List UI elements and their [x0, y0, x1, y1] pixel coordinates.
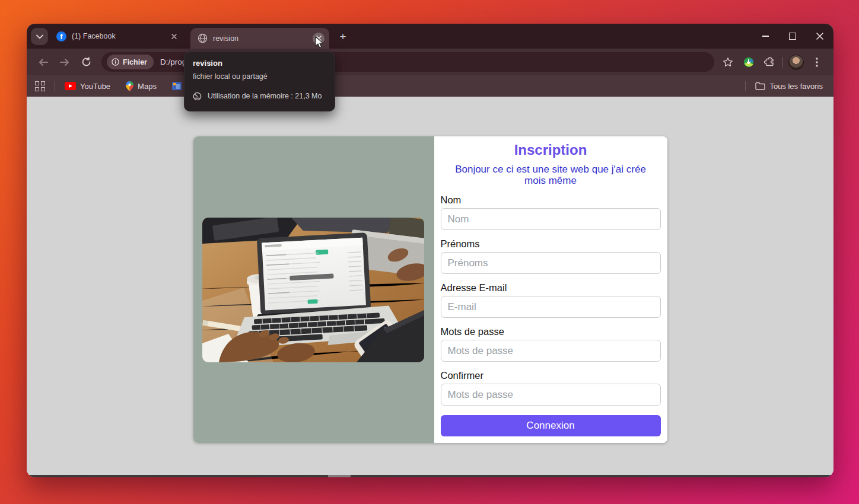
tab-search-button[interactable] [31, 28, 48, 45]
bookmark-label: Maps [138, 82, 157, 91]
connexion-button[interactable]: Connexion [441, 415, 661, 436]
star-icon [723, 57, 733, 68]
minimize-icon [762, 36, 769, 37]
web-page: Inscription Bonjour ce ci est une site w… [27, 97, 833, 475]
horizontal-scrollbar-thumb[interactable] [328, 475, 351, 477]
password-input[interactable] [441, 340, 661, 362]
youtube-icon [65, 82, 76, 90]
toolbar-divider [782, 57, 783, 68]
photo-panel [193, 136, 434, 443]
maps-pin-icon [126, 81, 133, 91]
signup-card: Inscription Bonjour ce ci est une site w… [193, 136, 667, 443]
bookmark-maps[interactable]: Maps [126, 81, 157, 91]
form-title: Inscription [441, 141, 661, 159]
tab-hover-card: revision fichier local ou partagé Utilis… [184, 52, 335, 111]
field-label: Adresse E-mail [441, 282, 661, 294]
form-subtitle: Bonjour ce ci est une site web que j'ai … [447, 164, 654, 186]
new-tab-button[interactable]: + [335, 29, 351, 44]
toolbar-right-icons [720, 55, 828, 70]
email-input[interactable] [441, 296, 661, 318]
bookmarks-divider-right [745, 81, 746, 91]
confirm-password-input[interactable] [441, 384, 661, 406]
browser-menu-button[interactable] [809, 55, 825, 70]
tab-title: (1) Facebook [72, 32, 168, 40]
tab-title: revision [213, 34, 313, 43]
workspace-photo [202, 218, 424, 362]
close-icon [816, 33, 823, 40]
bookmarks-divider [55, 81, 55, 91]
maximize-icon [789, 33, 796, 40]
field-label: Confirmer [441, 370, 661, 381]
memory-usage-text: Utilisation de la mémoire : 21,3 Mo [208, 91, 322, 101]
bookmark-star-button[interactable] [720, 55, 736, 70]
bookmark-youtube[interactable]: YouTube [65, 82, 110, 91]
tab-facebook[interactable]: f (1) Facebook [49, 24, 184, 49]
site-info-chip[interactable]: Fichier [107, 55, 154, 69]
signup-form: Inscription Bonjour ce ci est une site w… [434, 136, 667, 443]
puzzle-icon [764, 57, 775, 68]
memory-gauge-icon [193, 92, 202, 101]
all-bookmarks-label: Tous les favoris [769, 82, 823, 91]
forex-icon [172, 82, 182, 90]
idm-icon [743, 56, 755, 68]
globe-icon [198, 33, 208, 43]
profile-avatar[interactable] [788, 55, 804, 70]
prenoms-input[interactable] [441, 252, 661, 274]
field-nom: Nom [441, 194, 661, 230]
field-label: Nom [441, 194, 661, 206]
field-prenoms: Prénoms [441, 238, 661, 274]
back-button[interactable] [34, 53, 52, 71]
mouse-cursor [315, 36, 324, 49]
tab-close-button[interactable] [168, 30, 180, 42]
hover-card-subtitle: fichier local ou partagé [193, 72, 326, 81]
site-chip-label: Fichier [123, 58, 147, 66]
apps-grid-icon[interactable] [35, 81, 45, 91]
navigation-toolbar: Fichier D:/progra [27, 49, 833, 75]
info-icon [112, 58, 119, 66]
field-email: Adresse E-mail [441, 282, 661, 318]
desktop: { "browser": { "tabs": [ { "title": "(1)… [0, 0, 859, 504]
all-bookmarks-button[interactable]: Tous les favoris [755, 82, 823, 91]
minimize-button[interactable] [752, 24, 779, 49]
field-label: Prénoms [441, 238, 661, 250]
workspace-photo-illustration [202, 218, 424, 362]
close-window-button[interactable] [806, 24, 833, 49]
reload-icon [81, 57, 91, 67]
back-icon [38, 58, 49, 66]
browser-window: f (1) Facebook revision + [27, 24, 833, 477]
tab-strip: f (1) Facebook revision + [27, 24, 833, 49]
nom-input[interactable] [441, 208, 661, 230]
idm-extension-button[interactable] [741, 55, 756, 70]
maximize-button[interactable] [779, 24, 806, 49]
window-bottom-edge [27, 475, 833, 477]
forward-button[interactable] [56, 53, 74, 71]
tab-revision-active[interactable]: revision [190, 28, 329, 49]
forward-icon [59, 58, 70, 66]
field-confirm: Confirmer [441, 370, 661, 406]
facebook-icon: f [56, 31, 66, 42]
extensions-button[interactable] [762, 55, 777, 70]
field-password: Mots de passe [441, 326, 661, 362]
hover-card-title: revision [193, 59, 326, 68]
close-icon [171, 34, 177, 39]
kebab-menu-icon [816, 58, 818, 67]
bookmarks-bar: YouTube Maps Forex Tous les favoris [27, 75, 833, 97]
reload-button[interactable] [77, 53, 95, 71]
window-controls [752, 24, 833, 49]
chevron-down-icon [36, 34, 43, 39]
field-label: Mots de passe [441, 326, 661, 337]
folder-icon [755, 82, 765, 90]
bookmark-label: YouTube [80, 82, 110, 91]
